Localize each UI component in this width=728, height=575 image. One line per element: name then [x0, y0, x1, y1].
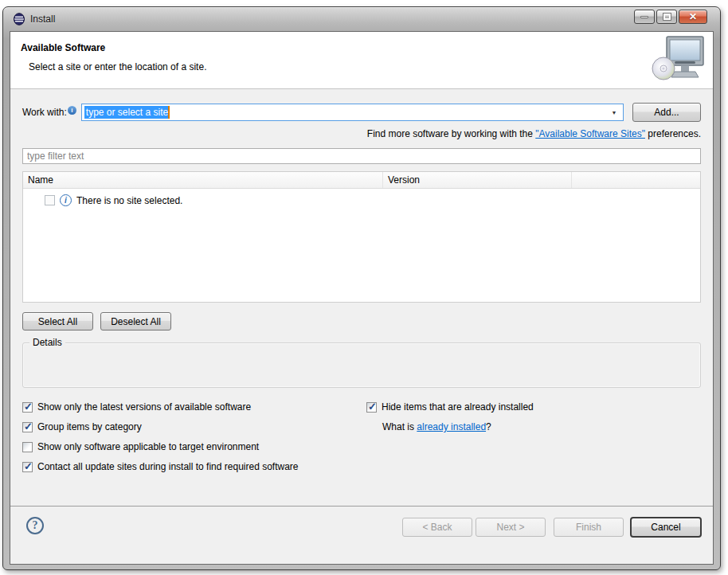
- wizard-header: Available Software Select a site or ente…: [10, 32, 713, 89]
- wizard-body: Work with:i type or select a site ▼ Add.…: [10, 89, 713, 506]
- already-installed-link[interactable]: already installed: [417, 421, 486, 432]
- help-button[interactable]: ?: [26, 517, 44, 534]
- checkbox-icon[interactable]: [22, 402, 33, 413]
- details-legend: Details: [29, 337, 65, 348]
- column-header-name[interactable]: Name: [23, 172, 383, 188]
- available-software-sites-link[interactable]: "Available Software Sites": [535, 128, 645, 139]
- option-label: Show only the latest versions of availab…: [37, 401, 251, 413]
- option-label: Contact all update sites during install …: [37, 461, 299, 472]
- option-label: Hide items that are already installed: [382, 401, 534, 413]
- finish-button: Finish: [554, 518, 624, 537]
- option-group-by-category[interactable]: Group items by category: [22, 421, 366, 432]
- chevron-down-icon[interactable]: ▼: [609, 104, 620, 120]
- page-title: Available Software: [21, 42, 713, 53]
- option-label: Group items by category: [37, 421, 142, 432]
- back-button: < Back: [402, 518, 472, 537]
- checkbox-icon[interactable]: [22, 462, 33, 472]
- software-table: Name Version i There is no site selected…: [22, 171, 701, 303]
- button-bar: ? < Back Next > Finish Cancel: [10, 506, 713, 564]
- checkbox-icon[interactable]: [22, 422, 33, 432]
- close-icon: ✕: [689, 11, 697, 22]
- what-is-line: What is already installed?: [382, 421, 701, 432]
- options-left-column: Show only the latest versions of availab…: [22, 401, 366, 472]
- checkbox-icon[interactable]: [366, 402, 377, 413]
- software-monitor-icon: [651, 35, 706, 84]
- title-bar[interactable]: Install ✕: [10, 7, 714, 31]
- dialog-client-area: Available Software Select a site or ente…: [10, 31, 714, 565]
- option-latest-versions[interactable]: Show only the latest versions of availab…: [22, 401, 366, 413]
- find-more-suffix: preferences.: [645, 128, 701, 139]
- column-header-spacer: [572, 172, 700, 188]
- minimize-icon: [640, 16, 648, 18]
- page-subtitle: Select a site or enter the location of a…: [29, 61, 713, 72]
- row-checkbox: [45, 195, 55, 205]
- info-circle-icon: i: [60, 194, 72, 206]
- install-dialog-window: Install ✕ Available Software Select a si…: [2, 6, 721, 570]
- find-more-prefix: Find more software by working with the: [367, 128, 535, 139]
- options-area: Show only the latest versions of availab…: [22, 401, 701, 472]
- option-target-environment[interactable]: Show only software applicable to target …: [22, 441, 366, 452]
- table-row: i There is no site selected.: [23, 189, 700, 206]
- details-group: Details: [22, 342, 701, 388]
- work-with-combo[interactable]: type or select a site ▼: [81, 104, 624, 121]
- checkbox-icon[interactable]: [22, 442, 33, 452]
- what-is-suffix: ?: [486, 421, 491, 432]
- eclipse-icon: [13, 13, 25, 25]
- find-more-line: Find more software by working with the "…: [22, 128, 701, 139]
- filter-input[interactable]: [22, 148, 701, 164]
- add-button[interactable]: Add...: [632, 103, 701, 122]
- table-header: Name Version: [23, 172, 700, 189]
- combo-selected-text: type or select a site: [84, 106, 170, 119]
- next-button: Next >: [476, 518, 546, 537]
- select-all-button[interactable]: Select All: [22, 312, 93, 331]
- maximize-button[interactable]: [656, 10, 677, 24]
- work-with-label: Work with:: [22, 107, 67, 118]
- selection-button-row: Select All Deselect All: [22, 312, 701, 331]
- option-label: Show only software applicable to target …: [37, 441, 259, 452]
- maximize-icon: [663, 14, 671, 20]
- window-title: Install: [30, 14, 55, 25]
- options-right-column: Hide items that are already installed Wh…: [366, 401, 701, 472]
- option-contact-update-sites[interactable]: Contact all update sites during install …: [22, 461, 366, 472]
- work-with-row: Work with:i type or select a site ▼ Add.…: [22, 103, 701, 122]
- what-is-prefix: What is: [382, 421, 417, 432]
- cancel-button[interactable]: Cancel: [630, 517, 702, 538]
- column-header-version[interactable]: Version: [383, 172, 572, 188]
- deselect-all-button[interactable]: Deselect All: [100, 312, 171, 331]
- empty-table-message: There is no site selected.: [76, 195, 182, 206]
- info-bubble-icon: i: [68, 106, 76, 115]
- option-hide-installed[interactable]: Hide items that are already installed: [366, 401, 701, 413]
- wizard-buttons: < Back Next > Finish Cancel: [402, 517, 702, 538]
- minimize-button[interactable]: [634, 10, 655, 24]
- close-button[interactable]: ✕: [679, 10, 707, 24]
